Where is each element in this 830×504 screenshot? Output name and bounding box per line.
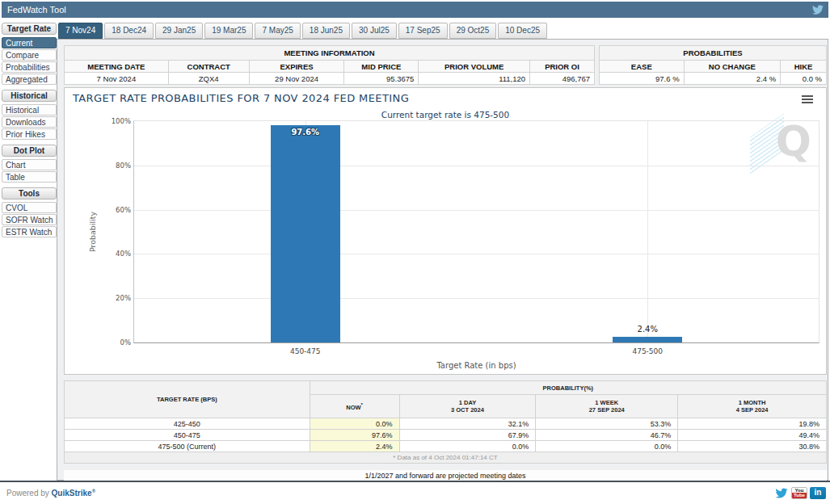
gridline: [134, 298, 819, 299]
sidebar-item-cvol[interactable]: CVOL: [2, 202, 57, 213]
sidebar-header-tools: Tools: [2, 187, 57, 200]
twitter-icon[interactable]: [812, 4, 824, 15]
table-row: 475-500 (Current) 2.4% 0.0% 0.0% 30.8%: [65, 441, 827, 452]
column-header: CONTRACT: [168, 61, 249, 73]
sidebar-item-table[interactable]: Table: [2, 171, 57, 183]
probabilities-summary-table: PROBABILITIES EASE NO CHANGE HIKE 97.6 %…: [599, 45, 827, 85]
x-category-label: 475-500: [632, 347, 663, 355]
data-asof-footnote: * Data as of 4 Oct 2024 01:47:14 CT: [65, 452, 827, 464]
column-header: EXPIRES: [249, 61, 344, 73]
prior-volume-value: 111,120: [419, 73, 530, 85]
sidebar-header-historical: Historical: [2, 90, 57, 102]
y-tick: 80%: [97, 162, 131, 170]
column-header: PRIOR OI: [530, 61, 595, 73]
gridline: [647, 121, 648, 342]
plot-area: 100% 80% 60% 40% 20% 0% Probability 97.6…: [133, 120, 819, 343]
meeting-information-table: MEETING INFORMATION MEETING DATE CONTRAC…: [64, 45, 595, 85]
target-rate-bps-header: TARGET RATE (BPS): [65, 381, 310, 418]
one-week-cell: 0.0%: [536, 441, 678, 452]
table-row: 425-450 0.0% 32.1% 53.3% 19.8%: [65, 418, 827, 430]
gridline: [134, 166, 819, 166]
x-category-label: 450-475: [290, 347, 321, 355]
tab-meeting-date[interactable]: 29 Oct25: [449, 23, 497, 39]
target-rate-cell: 425-450: [65, 418, 310, 430]
sidebar-item-chart[interactable]: Chart: [2, 159, 57, 170]
one-week-cell: 46.7%: [536, 430, 678, 441]
one-day-cell: 0.0%: [399, 441, 536, 452]
one-month-column-header: 1 MONTH4 SEP 2024: [678, 395, 827, 418]
powered-by: Powered by QuikStrike®: [6, 489, 95, 498]
bar-value-label: 97.6%: [271, 128, 340, 136]
table-row: 450-475 97.6% 67.9% 46.7% 49.4%: [65, 430, 827, 441]
sidebar-item-aggregated[interactable]: Aggregated: [2, 74, 57, 85]
meeting-date-value: 7 Nov 2024: [65, 73, 169, 85]
prior-oi-value: 496,767: [530, 73, 595, 85]
meeting-info-title: MEETING INFORMATION: [65, 46, 595, 61]
sidebar-item-probabilities[interactable]: Probabilities: [2, 61, 57, 73]
sidebar-item-current[interactable]: Current: [2, 37, 57, 48]
one-week-column-header: 1 WEEK27 SEP 2024: [536, 395, 678, 418]
y-tick: 0%: [97, 338, 131, 346]
y-axis-label: Probability: [88, 212, 97, 252]
meeting-date-tabs: 7 Nov24 18 Dec24 29 Jan25 19 Mar25 7 May…: [58, 23, 547, 39]
chart-subtitle: Current target rate is 475-500: [65, 110, 826, 120]
sidebar-item-sofr-watch[interactable]: SOFR Watch: [2, 214, 57, 225]
tab-meeting-date[interactable]: 17 Sep25: [398, 23, 448, 39]
tab-meeting-date[interactable]: 18 Jun25: [302, 23, 350, 39]
tab-meeting-date[interactable]: 7 May25: [255, 23, 300, 39]
y-tick: 20%: [97, 294, 131, 302]
linkedin-icon[interactable]: in: [810, 487, 826, 499]
y-tick: 40%: [97, 250, 131, 258]
titlebar: FedWatch Tool: [2, 2, 828, 18]
expires-value: 29 Nov 2024: [249, 73, 344, 85]
target-rate-cell: 450-475: [65, 430, 310, 441]
tab-meeting-date[interactable]: 18 Dec24: [104, 23, 154, 39]
probability-bar: 97.6%: [271, 125, 340, 342]
probability-history-table: TARGET RATE (BPS) PROBABILITY(%) NOW* 1 …: [64, 380, 827, 464]
sidebar-item-downloads[interactable]: Downloads: [2, 116, 57, 128]
sidebar: Target Rate Current Compare Probabilitie…: [2, 23, 57, 242]
sidebar-header-dot-plot: Dot Plot: [2, 145, 57, 157]
twitter-icon[interactable]: [774, 487, 789, 499]
sidebar-item-compare[interactable]: Compare: [2, 49, 57, 61]
now-cell: 2.4%: [310, 441, 399, 452]
tab-meeting-date[interactable]: 19 Mar25: [204, 23, 253, 39]
sidebar-item-estr-watch[interactable]: ESTR Watch: [2, 226, 57, 237]
y-tick: 60%: [97, 206, 131, 214]
now-cell: 97.6%: [310, 430, 399, 441]
now-column-header: NOW*: [310, 395, 399, 418]
one-month-cell: 49.4%: [678, 430, 827, 441]
x-axis-label: Target Rate (in bps): [134, 361, 819, 370]
contract-value: ZQX4: [168, 73, 249, 85]
tab-meeting-date[interactable]: 7 Nov24: [58, 23, 103, 39]
one-week-cell: 53.3%: [536, 418, 678, 430]
footer: Powered by QuikStrike® You Tube in: [0, 481, 830, 504]
app-title: FedWatch Tool: [7, 5, 66, 15]
sidebar-item-prior-hikes[interactable]: Prior Hikes: [2, 128, 57, 140]
one-day-cell: 67.9%: [399, 430, 536, 441]
target-rate-cell: 475-500 (Current): [65, 441, 310, 452]
column-header: PRIOR VOLUME: [419, 61, 530, 73]
sidebar-header-target-rate: Target Rate: [2, 23, 57, 35]
tab-meeting-date[interactable]: 29 Jan25: [155, 23, 203, 39]
tab-meeting-date[interactable]: 10 Dec25: [498, 23, 547, 39]
sidebar-item-historical[interactable]: Historical: [2, 104, 57, 116]
hike-value: 0.0 %: [781, 73, 827, 85]
ease-value: 97.6 %: [600, 73, 685, 85]
one-month-cell: 30.8%: [678, 441, 827, 452]
gridline: [134, 210, 819, 211]
quikstrike-link[interactable]: QuikStrike®: [52, 489, 95, 498]
main-content: MEETING INFORMATION MEETING DATE CONTRAC…: [57, 39, 828, 481]
one-day-column-header: 1 DAY3 OCT 2024: [399, 395, 536, 418]
one-month-cell: 19.8%: [678, 418, 827, 430]
probability-bar: 2.4%: [613, 337, 682, 342]
bar-value-label: 2.4%: [613, 325, 682, 334]
probabilities-title: PROBABILITIES: [600, 46, 827, 61]
column-header: MEETING DATE: [65, 61, 169, 73]
hamburger-menu-icon[interactable]: [802, 95, 813, 105]
now-cell: 0.0%: [310, 418, 399, 430]
youtube-icon[interactable]: You Tube: [791, 487, 807, 499]
tab-meeting-date[interactable]: 30 Jul25: [352, 23, 397, 39]
gridline: [134, 254, 819, 254]
probability-pct-header: PROBABILITY(%): [310, 381, 826, 395]
